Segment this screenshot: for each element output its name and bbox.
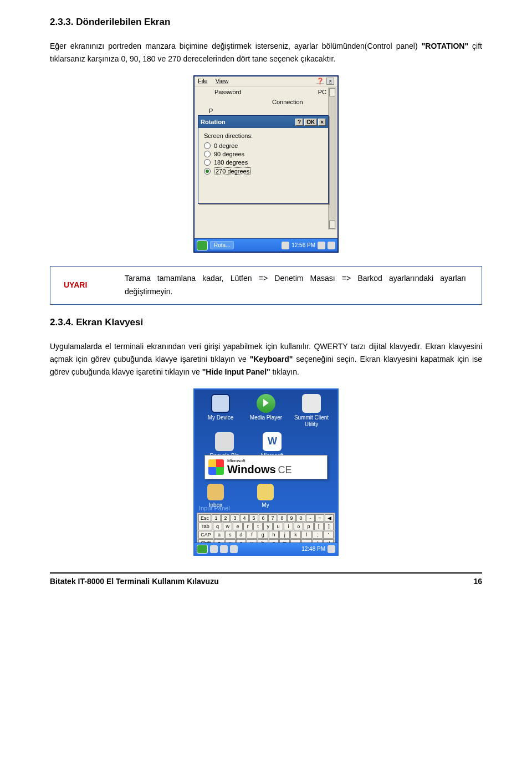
icon-summit[interactable]: Summit Client Utility [290,394,332,428]
key-8[interactable]: 8 [278,514,287,522]
key-q[interactable]: q [213,523,222,530]
key-t[interactable]: t [253,523,263,530]
key-6[interactable]: 6 [259,514,268,522]
key-k[interactable]: k [290,531,301,539]
key-e[interactable]: e [233,523,242,530]
footer-page: 16 [473,577,482,586]
radio-0[interactable] [204,142,211,149]
key-][interactable]: ] [324,523,334,530]
key-o[interactable]: o [294,523,303,530]
tray-icon-3[interactable] [328,242,335,249]
tray-icon-b[interactable] [220,545,228,553]
item-connection: Connection [199,99,333,105]
key-s[interactable]: s [225,531,236,539]
scrollbar[interactable] [328,88,336,229]
key-d[interactable]: d [236,531,247,539]
help-cursor-icon[interactable]: ❓ [316,78,324,85]
key-[[interactable]: [ [314,523,324,530]
key-◀[interactable]: ◀ [325,514,334,522]
section-title: Dönderilebilen Ekran [76,17,170,27]
windows-ce-logo: Microsoft WindowsCE [204,455,328,479]
footer-rule [50,572,482,574]
key-9[interactable]: 9 [287,514,296,522]
key-l[interactable]: l [301,531,312,539]
warning-label: UYARI [50,267,122,304]
heading-screen-keyboard: 2.3.4. Ekran Klavyesi [50,317,482,328]
taskbar: Rota... 12:56 PM [195,238,337,252]
section-number: 2.3.3. [50,17,74,27]
key-4[interactable]: 4 [240,514,249,522]
tray-icon-c[interactable] [230,545,238,553]
key-CAP[interactable]: CAP [198,531,213,539]
folder-icon [257,484,274,500]
radio-270[interactable] [204,168,211,175]
footer: Bitatek IT-8000 El Terminali Kullanım Kı… [50,577,482,586]
menu-view[interactable]: View [216,78,229,85]
input-panel-label: Input Panel [199,505,230,511]
key-;[interactable]: ; [313,531,323,539]
key-u[interactable]: u [273,523,283,530]
close-icon[interactable]: × [326,78,334,85]
key-1[interactable]: 1 [212,514,221,522]
key-a[interactable]: a [214,531,224,539]
taskbar-2: 12:48 PM [195,542,337,555]
windows-flag-icon [208,459,224,475]
key-5[interactable]: 5 [249,514,258,522]
radio-270-label: 270 degrees [214,167,251,175]
key-j[interactable]: j [279,531,290,539]
menu-file[interactable]: File [198,78,208,85]
key-f[interactable]: f [247,531,257,539]
key-0[interactable]: 0 [296,514,305,522]
dialog-title: Rotation [201,119,226,125]
wifi-icon [302,394,321,413]
menu-bar: File View ❓ × [195,76,337,86]
icon-media-player[interactable]: Media Player [245,394,287,428]
dialog-label: Screen directions: [204,132,323,139]
taskbar-time: 12:56 PM [291,242,315,248]
start-button-2[interactable] [197,545,208,554]
key-7[interactable]: 7 [268,514,277,522]
taskbar-app[interactable]: Rota... [210,241,234,249]
item-password: Password [214,89,241,95]
key-Esc[interactable]: Esc [198,514,211,522]
key-y[interactable]: y [263,523,273,530]
key-g[interactable]: g [258,531,268,539]
icon-my[interactable]: My [249,484,282,509]
key-=[interactable]: = [315,514,324,522]
key-'[interactable]: ' [323,531,334,539]
tray-icon-a[interactable] [210,545,218,553]
play-icon [257,394,275,413]
warning-box: UYARI Tarama tamamlana kadar, Lütfen => … [50,266,482,305]
start-button[interactable] [197,240,208,250]
paragraph-rotation: Eğer ekranınızı portreden manzara biçimi… [50,40,482,65]
bin-icon [215,432,234,451]
screenshot-keyboard: My Device Media Player Summit Client Uti… [193,388,339,556]
key-i[interactable]: i [284,523,293,530]
warning-text: Tarama tamamlana kadar, Lütfen => Deneti… [122,267,482,304]
tray-icon-2[interactable] [318,242,325,249]
dialog-titlebar: Rotation ? OK × [198,116,328,128]
key-3[interactable]: 3 [231,514,239,522]
kbd-row-3: CAPasdfghjkl;' [198,531,334,539]
radio-180[interactable] [204,159,211,166]
key-r[interactable]: r [243,523,253,530]
tray-icon[interactable] [282,242,289,249]
footer-title: Bitatek IT-8000 El Terminali Kullanım Kı… [50,577,219,586]
key-Tab[interactable]: Tab [198,523,212,530]
radio-90[interactable] [204,151,211,157]
help-button[interactable]: ? [295,119,303,126]
radio-180-label: 180 degrees [214,159,248,166]
sip-icon[interactable] [328,545,335,553]
item-pc: PC [318,89,326,95]
paragraph-keyboard: Uygulamalarda el terminali ekranından ve… [50,340,482,378]
key-h[interactable]: h [269,531,279,539]
ok-button[interactable]: OK [304,119,317,126]
kbd-row-2: Tabqwertyuiop[] [198,523,334,530]
key-w[interactable]: w [223,523,232,530]
close-button[interactable]: × [318,119,326,126]
radio-0-label: 0 degree [214,142,238,149]
key-2[interactable]: 2 [221,514,230,522]
key-p[interactable]: p [304,523,313,530]
key--[interactable]: - [306,514,315,522]
icon-my-device[interactable]: My Device [200,394,242,428]
